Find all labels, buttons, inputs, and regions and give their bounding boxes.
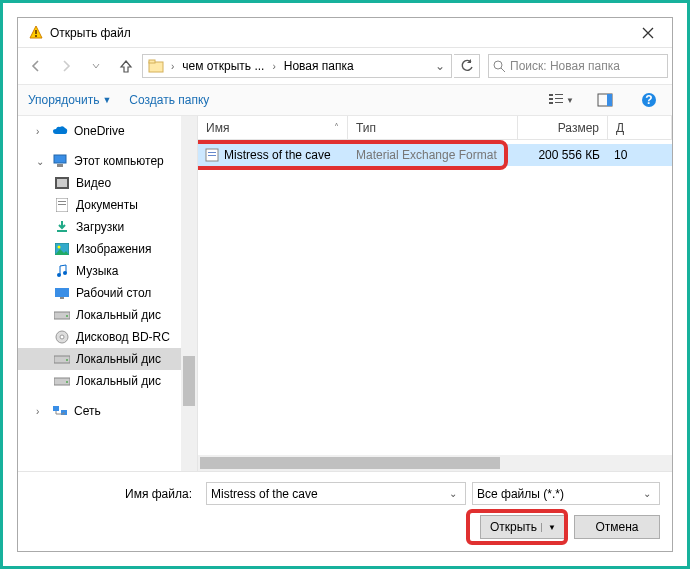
navigation-bar: › чем открыть ... › Новая папка ⌄ Поиск:… — [18, 48, 672, 84]
svg-rect-16 — [57, 164, 63, 167]
help-button[interactable]: ? — [636, 89, 662, 111]
svg-rect-28 — [60, 297, 64, 299]
svg-point-32 — [60, 335, 64, 339]
cancel-button[interactable]: Отмена — [574, 515, 660, 539]
file-size: 200 556 КБ — [518, 148, 608, 162]
sidebar: ›OneDrive ⌄Этот компьютер Видео Документ… — [18, 116, 198, 471]
svg-rect-6 — [549, 98, 553, 100]
titlebar: Открыть файл — [18, 18, 672, 48]
up-button[interactable] — [112, 54, 140, 78]
breadcrumb-seg-1[interactable]: чем открыть ... — [178, 59, 268, 73]
search-icon — [493, 60, 506, 73]
svg-point-25 — [57, 273, 61, 277]
file-name: Mistress of the cave — [224, 148, 331, 162]
search-placeholder: Поиск: Новая папка — [510, 59, 620, 73]
file-icon — [204, 147, 220, 163]
column-type[interactable]: Тип — [348, 116, 518, 139]
column-headers: Имя˄ Тип Размер Д — [198, 116, 672, 140]
svg-rect-27 — [55, 288, 69, 297]
svg-rect-1 — [35, 35, 37, 37]
column-size[interactable]: Размер — [518, 116, 608, 139]
drive-icon — [54, 373, 70, 389]
svg-rect-10 — [555, 102, 563, 103]
window-title: Открыть файл — [50, 26, 628, 40]
sidebar-item-downloads[interactable]: Загрузки — [18, 216, 197, 238]
svg-rect-7 — [549, 102, 553, 104]
download-icon — [54, 219, 70, 235]
sidebar-item-desktop[interactable]: Рабочий стол — [18, 282, 197, 304]
chevron-down-icon: ⌄ — [639, 488, 655, 499]
horizontal-scrollbar[interactable] — [198, 455, 672, 471]
open-file-dialog: Открыть файл › чем открыть ... › Новая п… — [17, 17, 673, 552]
sidebar-item-pictures[interactable]: Изображения — [18, 238, 197, 260]
filename-label: Имя файла: — [30, 487, 200, 501]
breadcrumb-sep: › — [167, 61, 178, 72]
svg-rect-18 — [57, 179, 67, 187]
drive-icon — [54, 307, 70, 323]
svg-rect-37 — [53, 406, 59, 411]
svg-rect-5 — [549, 94, 553, 96]
refresh-button[interactable] — [454, 54, 480, 78]
svg-rect-41 — [208, 155, 216, 156]
svg-rect-0 — [35, 30, 37, 34]
toolbar: Упорядочить▼ Создать папку ▼ ? — [18, 84, 672, 116]
bottom-panel: Имя файла: Mistress of the cave⌄ Все фай… — [18, 471, 672, 551]
sidebar-item-localdisk[interactable]: Локальный дис — [18, 370, 197, 392]
file-list-pane: Имя˄ Тип Размер Д Mistress of the cave M… — [198, 116, 672, 471]
disc-icon — [54, 329, 70, 345]
view-menu[interactable]: ▼ — [548, 89, 574, 111]
sidebar-item-documents[interactable]: Документы — [18, 194, 197, 216]
open-button[interactable]: Открыть▼ — [480, 515, 566, 539]
svg-point-34 — [66, 359, 68, 361]
cloud-icon — [52, 123, 68, 139]
sidebar-scrollbar[interactable] — [181, 116, 197, 471]
breadcrumb-seg-2[interactable]: Новая папка — [280, 59, 358, 73]
sidebar-item-localdisk[interactable]: Локальный дис — [18, 304, 197, 326]
column-name[interactable]: Имя˄ — [198, 116, 348, 139]
sidebar-item-network[interactable]: ›Сеть — [18, 400, 197, 422]
svg-point-24 — [58, 246, 61, 249]
preview-pane-button[interactable] — [592, 89, 618, 111]
document-icon — [54, 197, 70, 213]
sidebar-item-localdisk-selected[interactable]: Локальный дис — [18, 348, 197, 370]
new-folder-button[interactable]: Создать папку — [129, 93, 209, 107]
sidebar-item-thispc[interactable]: ⌄Этот компьютер — [18, 150, 197, 172]
svg-rect-20 — [58, 201, 66, 202]
sidebar-item-music[interactable]: Музыка — [18, 260, 197, 282]
svg-rect-22 — [57, 230, 67, 232]
pictures-icon — [54, 241, 70, 257]
svg-rect-3 — [149, 60, 155, 63]
svg-rect-9 — [555, 98, 563, 99]
filename-input[interactable]: Mistress of the cave⌄ — [206, 482, 466, 505]
svg-point-4 — [494, 61, 502, 69]
app-icon — [28, 25, 44, 41]
file-date: 10 — [608, 148, 672, 162]
svg-rect-15 — [54, 155, 66, 163]
organize-menu[interactable]: Упорядочить▼ — [28, 93, 111, 107]
recent-dropdown[interactable] — [82, 54, 110, 78]
svg-rect-40 — [208, 152, 216, 153]
music-icon — [54, 263, 70, 279]
file-list[interactable]: Mistress of the cave Material Exchange F… — [198, 140, 672, 471]
search-input[interactable]: Поиск: Новая папка — [488, 54, 668, 78]
video-icon — [54, 175, 70, 191]
breadcrumb-dropdown[interactable]: ⌄ — [431, 59, 449, 73]
sidebar-item-bdrom[interactable]: Дисковод BD-RC — [18, 326, 197, 348]
forward-button[interactable] — [52, 54, 80, 78]
column-date[interactable]: Д — [608, 116, 672, 139]
file-row[interactable]: Mistress of the cave Material Exchange F… — [198, 144, 672, 166]
svg-point-30 — [66, 315, 68, 317]
close-button[interactable] — [628, 18, 668, 48]
svg-point-26 — [63, 271, 67, 275]
sidebar-item-videos[interactable]: Видео — [18, 172, 197, 194]
sidebar-item-onedrive[interactable]: ›OneDrive — [18, 120, 197, 142]
breadcrumb[interactable]: › чем открыть ... › Новая папка ⌄ — [142, 54, 452, 78]
back-button[interactable] — [22, 54, 50, 78]
filetype-filter[interactable]: Все файлы (*.*)⌄ — [472, 482, 660, 505]
svg-rect-8 — [555, 94, 563, 95]
chevron-down-icon: ⌄ — [445, 488, 461, 499]
network-icon — [52, 403, 68, 419]
breadcrumb-sep: › — [268, 61, 279, 72]
svg-rect-21 — [58, 204, 66, 205]
pc-icon — [52, 153, 68, 169]
